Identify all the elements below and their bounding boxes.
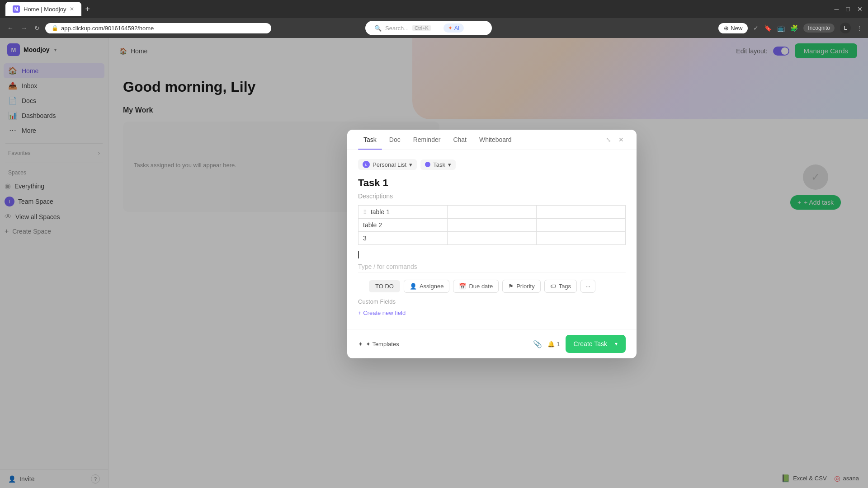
table-cell[interactable] [448,206,537,219]
settings-icon[interactable]: ⋮ [856,24,863,32]
create-task-modal: Task Doc Reminder Chat Whiteboard ⤡ ✕ L … [347,130,637,358]
table-cell[interactable]: 3 [359,232,448,245]
assignee-button[interactable]: 👤 Assignee [404,280,449,293]
incognito-label: Incognito [808,25,830,31]
checkmark-icon[interactable]: ✓ [753,24,759,32]
bookmark-icon[interactable]: 🔖 [764,24,772,32]
drag-handle-icon[interactable]: ⠿ [363,209,367,216]
refresh-button[interactable]: ↻ [33,23,42,33]
modal-tab-reminder[interactable]: Reminder [408,130,446,150]
cursor-area[interactable] [358,249,626,261]
new-tab-button[interactable]: + [85,5,90,14]
templates-icon: ✦ [358,341,363,347]
modal-tabs: Task Doc Reminder Chat Whiteboard ⤡ ✕ [347,130,637,150]
attach-icon[interactable]: 📎 [533,340,542,348]
table-cell[interactable] [537,232,626,245]
create-task-chevron-icon[interactable]: ▾ [615,341,618,347]
search-shortcut: Ctrl+K [412,25,431,31]
assignee-icon: 👤 [410,283,417,290]
modal-tab-whiteboard[interactable]: Whiteboard [474,130,517,150]
ai-label: AI [454,25,459,31]
search-placeholder: Search... [385,25,409,32]
description-table: ⠿ table 1 table 2 3 [358,205,626,245]
due-date-button[interactable]: 📅 Due date [453,280,499,293]
task-type-dot [425,162,430,167]
forward-button[interactable]: → [19,23,29,33]
browser-tab[interactable]: M Home | Moodjoy ✕ [5,2,81,16]
tab-close-icon[interactable]: ✕ [70,6,74,12]
table-cell[interactable] [537,219,626,232]
tags-button[interactable]: 🏷 Tags [544,280,577,293]
modal-bottom-actions: 📎 🔔 1 Create Task ▾ [533,335,626,353]
incognito-button[interactable]: Incognito [803,23,835,33]
tags-icon: 🏷 [550,283,556,290]
close-icon[interactable]: ✕ [857,5,863,13]
task-type-label: Task [433,161,445,168]
modal-tab-doc[interactable]: Doc [384,130,406,150]
templates-button[interactable]: ✦ ✦ Templates [358,341,399,347]
bell-count: 1 [557,341,560,347]
search-bar[interactable]: 🔍 Search... Ctrl+K ✦ AI [365,21,492,35]
search-icon: 🔍 [374,25,382,32]
new-btn-icon: ⊕ [724,25,729,32]
type-command-placeholder[interactable]: Type / for commands [358,261,626,272]
modal-location: L Personal List ▾ Task ▾ [358,159,626,170]
create-task-button[interactable]: Create Task ▾ [566,335,626,353]
maximize-icon[interactable]: □ [846,5,850,13]
status-button[interactable]: TO DO [369,280,400,292]
task-type-chip[interactable]: Task ▾ [420,160,456,170]
extensions-icon[interactable]: 🧩 [790,24,798,32]
bell-icon: 🔔 [547,341,555,347]
toolbar-icons: ⊕ Edit layout: New ✓ 🔖 📺 🧩 Incognito L ⋮ [718,23,863,33]
address-text: app.clickup.com/9016164592/home [61,25,154,32]
custom-fields-label: Custom Fields [358,298,626,305]
notification-bell[interactable]: 🔔 1 [547,341,560,347]
priority-button[interactable]: ⚑ Priority [502,280,540,293]
create-task-divider [611,339,611,348]
new-button[interactable]: ⊕ Edit layout: New [718,23,748,33]
more-options-button[interactable]: ··· [580,280,595,293]
modal-close-icon[interactable]: ✕ [617,134,626,145]
lock-icon: 🔒 [52,25,58,31]
text-cursor [358,251,359,258]
priority-icon: ⚑ [508,283,514,290]
table-cell[interactable] [448,219,537,232]
tab-title: Home | Moodjoy [24,6,66,13]
table-cell[interactable] [537,206,626,219]
custom-fields-section: Custom Fields + Create new field [358,293,626,320]
expand-icon[interactable]: ⤡ [604,134,613,145]
modal-footer-actions: TO DO 👤 Assignee 📅 Due date ⚑ Priority 🏷… [358,272,626,293]
minimize-icon[interactable]: ─ [835,5,839,13]
modal-controls: ⤡ ✕ [604,134,626,145]
modal-bottom: ✦ ✦ Templates 📎 🔔 1 Create Task ▾ [347,329,637,358]
table-cell[interactable]: table 2 [359,219,448,232]
window-controls: ─ □ ✕ [835,5,863,13]
location-chip[interactable]: L Personal List ▾ [358,159,417,170]
profile-icon[interactable]: L [840,23,851,33]
ai-badge[interactable]: ✦ AI [443,23,464,33]
location-chevron-icon: ▾ [409,161,412,168]
table-row: 3 [359,232,626,245]
table-cell[interactable] [448,232,537,245]
cast-icon[interactable]: 📺 [777,24,785,32]
address-bar-input[interactable]: 🔒 app.clickup.com/9016164592/home [45,23,271,33]
location-label: Personal List [373,161,406,168]
back-button[interactable]: ← [5,23,15,33]
modal-tab-task[interactable]: Task [358,130,382,150]
create-field-button[interactable]: + Create new field [358,310,406,316]
location-icon: L [363,161,370,168]
task-title-input[interactable] [358,177,626,189]
table-cell[interactable]: ⠿ table 1 [359,206,448,219]
modal-tab-chat[interactable]: Chat [448,130,472,150]
tab-favicon: M [13,5,20,13]
table-row: table 2 [359,219,626,232]
calendar-icon: 📅 [459,283,466,290]
task-type-chevron-icon: ▾ [448,161,451,168]
table-row: ⠿ table 1 [359,206,626,219]
descriptions-label: Descriptions [358,192,626,200]
modal-body: L Personal List ▾ Task ▾ Descriptions ⠿ … [347,150,637,329]
